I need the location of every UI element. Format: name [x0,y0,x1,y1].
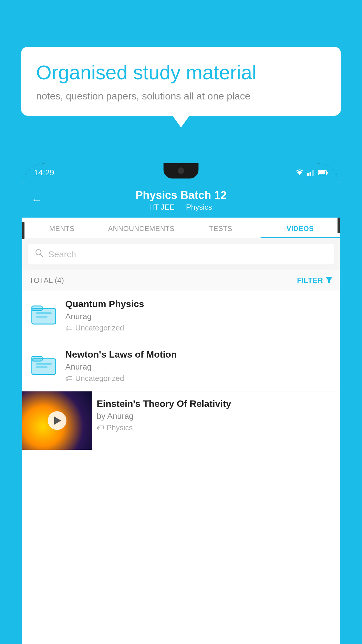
back-button[interactable]: ← [31,194,42,206]
tabs-bar: MENTS ANNOUNCEMENTS TESTS VIDEOS [22,218,340,238]
tag-label: Physics [107,423,133,432]
list-item[interactable]: Quantum Physics Anurag 🏷 Uncategorized [22,290,340,341]
signal-icon [307,169,315,176]
list-item[interactable]: Newton's Laws of Motion Anurag 🏷 Uncateg… [22,341,340,391]
tag-icon: 🏷 [97,423,104,432]
play-button[interactable] [48,411,66,430]
search-container: Search [22,238,340,270]
total-label: TOTAL (4) [29,276,64,285]
svg-rect-2 [310,172,311,176]
svg-line-8 [41,254,43,257]
header-title: Physics Batch 12 [136,189,227,202]
item-author: Anurag [65,362,333,372]
camera [178,167,184,174]
bubble-title: Organised study material [36,61,326,85]
search-bar[interactable]: Search [28,244,334,265]
notch [164,163,198,178]
item-tag: 🏷 Uncategorized [65,323,333,332]
folder-icon [31,300,57,326]
svg-rect-12 [32,306,42,311]
item-info: Quantum Physics Anurag 🏷 Uncategorized [65,299,333,332]
tag-label: Uncategorized [75,323,124,332]
item-tag: 🏷 Uncategorized [65,374,333,383]
bubble-subtitle: notes, question papers, solutions all at… [36,90,326,102]
header-subtitle: IIT JEE Physics [147,203,215,212]
subtitle-iitjee: IIT JEE [150,203,175,211]
item-tag: 🏷 Physics [97,423,335,432]
speech-bubble: Organised study material notes, question… [21,47,341,116]
item-title: Newton's Laws of Motion [65,349,333,360]
svg-rect-20 [36,363,52,365]
wifi-icon [296,169,304,176]
svg-rect-21 [36,366,48,368]
tab-announcements[interactable]: ANNOUNCEMENTS [102,218,181,238]
app-header: ← Physics Batch 12 IIT JEE Physics [22,182,340,218]
tab-videos[interactable]: VIDEOS [261,218,340,238]
item-thumbnail [29,349,58,378]
svg-rect-14 [36,312,52,314]
svg-rect-15 [36,316,48,318]
tag-label: Uncategorized [75,374,124,383]
svg-rect-18 [32,356,42,361]
phone-shell: 14:29 ← Physi [22,163,340,644]
item-author: by Anurag [97,412,335,421]
svg-rect-1 [307,173,309,176]
filter-label: FILTER [297,276,323,285]
list-item[interactable]: Einstein's Theory Of Relativity by Anura… [22,391,340,450]
status-bar: 14:29 [22,163,340,182]
svg-rect-3 [312,170,314,176]
folder-icon [31,351,57,377]
item-title: Quantum Physics [65,299,333,309]
item-title: Einstein's Theory Of Relativity [97,398,335,409]
tab-ments[interactable]: MENTS [22,218,102,238]
battery-icon [318,170,328,176]
svg-marker-9 [325,277,333,283]
tag-icon: 🏷 [65,374,73,383]
svg-marker-0 [297,172,302,175]
item-info: Einstein's Theory Of Relativity by Anura… [92,391,340,439]
filter-icon [325,276,333,285]
filter-button[interactable]: FILTER [297,276,333,285]
tab-tests[interactable]: TESTS [181,218,261,238]
play-icon [54,416,61,425]
video-list: Quantum Physics Anurag 🏷 Uncategorized [22,290,340,644]
search-icon [35,249,44,260]
filter-bar: TOTAL (4) FILTER [22,270,340,290]
app-content: ← Physics Batch 12 IIT JEE Physics MENTS… [22,182,340,644]
search-placeholder: Search [48,249,76,259]
video-thumbnail [22,391,92,450]
status-icons [296,169,328,176]
subtitle-physics: Physics [186,203,212,211]
svg-rect-6 [327,172,328,174]
item-thumbnail [29,299,58,328]
svg-rect-5 [319,171,325,174]
item-info: Newton's Laws of Motion Anurag 🏷 Uncateg… [65,349,333,383]
item-author: Anurag [65,312,333,321]
status-time: 14:29 [34,168,54,177]
tag-icon: 🏷 [65,323,73,332]
